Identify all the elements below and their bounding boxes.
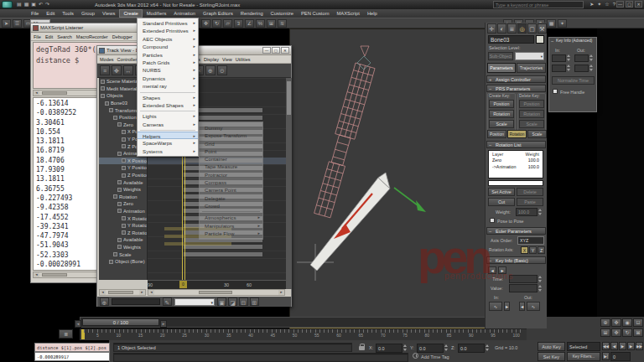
keys-hscrollbar[interactable]: ◄►: [148, 289, 285, 296]
object-color-swatch[interactable]: [536, 35, 544, 44]
scroll-right-arrow[interactable]: ►: [139, 290, 145, 295]
axis-order-dropdown[interactable]: XYZ: [517, 236, 544, 245]
next-frame-icon[interactable]: ▶: [627, 342, 635, 350]
helpers-submenu-item[interactable]: Compass: [200, 178, 262, 186]
prs-mode-button[interactable]: Scale: [527, 130, 547, 138]
time-slider[interactable]: ◄ 0 / 100 ►: [80, 317, 527, 328]
selected-filter-dropdown[interactable]: Selected: [567, 342, 600, 351]
create-menu-item[interactable]: Dynamics: [138, 75, 198, 82]
slide-keys-icon[interactable]: ↔: [123, 65, 133, 75]
helpers-submenu-item[interactable]: Camera Point: [200, 186, 262, 194]
set-active-button[interactable]: Set Active: [488, 188, 515, 196]
select-move-icon[interactable]: ✥: [201, 19, 210, 28]
create-menu-item[interactable]: Standard Primitives: [138, 19, 198, 27]
pan-icon[interactable]: ✥: [611, 328, 621, 337]
next-frame-arrow[interactable]: ►: [160, 320, 167, 328]
track-search-input[interactable]: [112, 298, 160, 305]
trackview-minimize-button[interactable]: —: [262, 47, 271, 54]
helpers-submenu-item[interactable]: Protractor: [200, 171, 262, 178]
listener-menu-item[interactable]: File: [34, 34, 41, 39]
menubar-item[interactable]: Customize: [267, 10, 297, 17]
time-field[interactable]: [509, 275, 538, 283]
trajectories-button[interactable]: Trajectories: [517, 63, 546, 73]
prs-mode-button[interactable]: Position: [487, 130, 506, 138]
delete-key-button[interactable]: Rotation: [519, 110, 544, 118]
maximize-icon[interactable]: ⊞: [250, 297, 259, 306]
rotation-axis-button[interactable]: X: [521, 246, 528, 254]
parameters-button[interactable]: Parameters: [487, 63, 516, 73]
prev-key-button[interactable]: ◄: [488, 266, 496, 274]
track-tree-item[interactable]: Y Position: [99, 164, 147, 172]
render-icon[interactable]: ✦: [558, 19, 567, 28]
go-to-end-icon[interactable]: ▶▶: [636, 342, 643, 350]
helpers-submenu-item[interactable]: Dummy: [200, 124, 262, 132]
current-frame-field[interactable]: 0: [610, 352, 631, 361]
search-input[interactable]: [494, 3, 583, 8]
create-menu-item[interactable]: Compound: [138, 43, 198, 50]
menubar-item[interactable]: File: [28, 10, 42, 17]
time-slider-handle[interactable]: ◄ 0 / 100 ►: [82, 318, 159, 326]
paste-button[interactable]: Paste: [517, 198, 543, 206]
create-menu-item[interactable]: Systems: [138, 147, 198, 155]
menubar-item[interactable]: Help: [364, 10, 381, 17]
create-menu-item[interactable]: SpaceWarps: [138, 139, 198, 147]
open-file-icon[interactable]: ▦: [24, 1, 29, 8]
weight-field[interactable]: 100.0: [516, 208, 538, 216]
helpers-submenu-item[interactable]: Expose Transform: [200, 132, 262, 139]
helpers-submenu-item[interactable]: Atmospherics: [200, 214, 262, 221]
kia-out-field-1[interactable]: [574, 54, 589, 62]
key-stats-icon[interactable]: ◪: [228, 297, 237, 306]
mini-curve-editor-button[interactable]: ≣: [59, 329, 73, 339]
helpers-submenu-item[interactable]: Manipulators: [200, 222, 262, 230]
scroll-thumb[interactable]: [287, 81, 291, 115]
pan-icon[interactable]: ⊙: [217, 65, 227, 75]
menubar-item[interactable]: Create: [119, 9, 142, 18]
time-tools-icon[interactable]: ⊟: [239, 297, 248, 306]
helpers-submenu-item[interactable]: Delegate: [200, 194, 262, 202]
tab-motion[interactable]: ◎: [517, 23, 527, 34]
favorites-icon[interactable]: ☆: [605, 1, 609, 8]
app-logo-icon[interactable]: [2, 1, 13, 8]
kia-in-field-1[interactable]: [552, 54, 566, 62]
normalize-time-button[interactable]: Normalize Time: [552, 76, 595, 85]
percent-snap-icon[interactable]: %: [256, 19, 265, 28]
scroll-left-arrow[interactable]: ◄: [34, 272, 39, 277]
angle-snap-icon[interactable]: ∠: [245, 19, 254, 28]
track-bar[interactable]: 5101520253035404550556065707580859095100: [80, 328, 527, 340]
trackview-menu-item[interactable]: View: [222, 57, 232, 62]
tab-create[interactable]: ✛: [487, 23, 496, 34]
helpers-submenu-item[interactable]: Container: [200, 155, 262, 163]
create-menu-item[interactable]: NURBS: [138, 66, 198, 74]
zoom-icon[interactable]: ⊕: [205, 65, 216, 75]
add-time-tag[interactable]: Add Time Tag: [421, 354, 449, 359]
key-mode-toggle-button[interactable]: ▶|: [602, 352, 610, 360]
z-coord-field[interactable]: 0.0: [458, 344, 485, 353]
kia-in-field-2[interactable]: [552, 65, 566, 72]
search-go-icon[interactable]: ➤: [589, 1, 594, 8]
create-menu-item[interactable]: AEC Objects: [138, 35, 198, 43]
zoom-icon[interactable]: ⊕: [600, 318, 610, 327]
create-menu-item[interactable]: Helpers: [138, 132, 198, 139]
perspective-viewport[interactable]: [289, 28, 486, 328]
track-tree-item[interactable]: Weights: [99, 186, 147, 194]
go-to-start-icon[interactable]: ◀◀: [602, 342, 610, 350]
trackview-maximize-button[interactable]: ▢: [272, 47, 280, 54]
undo-icon[interactable]: ↶: [39, 1, 43, 8]
scroll-right-arrow[interactable]: ►: [278, 290, 284, 295]
delete-layer-button[interactable]: Delete: [517, 188, 543, 196]
maximize-viewport-icon[interactable]: ⊠: [633, 328, 643, 337]
rotation-axis-button[interactable]: Y: [529, 246, 537, 254]
next-key-button[interactable]: ►: [498, 266, 506, 274]
listener-menu-item[interactable]: Edit: [45, 34, 53, 39]
track-tree-item[interactable]: Y Rotation: [99, 222, 147, 230]
trackview-menu-item[interactable]: Utilities: [236, 57, 251, 62]
set-key-button[interactable]: Set Key: [538, 352, 565, 361]
scroll-thumb[interactable]: [42, 91, 67, 95]
euler-parameters-rollout[interactable]: Euler Parameters: [486, 227, 546, 235]
help-icon[interactable]: ?: [613, 1, 615, 8]
menubar-item[interactable]: Graph Editors: [200, 10, 236, 17]
list-name-field[interactable]: [488, 180, 543, 186]
delete-key-button[interactable]: Scale: [519, 120, 544, 128]
auto-key-button[interactable]: Auto Key: [538, 342, 565, 351]
menubar-item[interactable]: Edit: [43, 10, 58, 17]
